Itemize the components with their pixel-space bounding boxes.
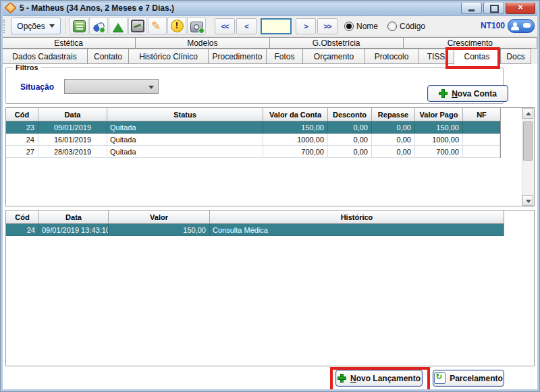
app-diamond-icon: [4, 1, 16, 13]
nova-conta-label: Nova Conta: [452, 89, 497, 99]
table-cell: 1000,00: [263, 134, 328, 146]
grid-header-row: CódDataStatusValor da ContaDescontoRepas…: [6, 108, 500, 121]
next-record-button[interactable]: >: [296, 18, 316, 34]
table-cell: Quitada: [107, 134, 263, 146]
toolbar-button-patient-record[interactable]: [70, 17, 88, 35]
table-cell: Quitada: [107, 146, 263, 158]
table-cell: 0,00: [372, 121, 415, 134]
last-record-button[interactable]: >>: [317, 18, 338, 34]
column-header-data[interactable]: Data: [38, 108, 107, 121]
titlebar: 5 - Matheus (34 Anos, 2 Meses e 7 Dias.)…: [0, 0, 540, 16]
capture-icon: [190, 22, 203, 32]
column-header-desconto[interactable]: Desconto: [328, 108, 372, 121]
table-cell: 09/01/2019 13:43:10: [39, 224, 109, 236]
table-row[interactable]: 2309/01/2019Quitada150,000,000,00150,00: [6, 121, 500, 134]
tab-protocolo[interactable]: Protocolo: [364, 49, 418, 64]
radio-codigo[interactable]: Código: [387, 22, 425, 31]
table-cell: 28/03/2019: [38, 146, 107, 158]
entries-grid-columns: CódDataValorHistórico2409/01/2019 13:43:…: [6, 211, 504, 236]
column-header-historico[interactable]: Histórico: [210, 211, 504, 223]
parcelamento-button[interactable]: Parcelamento: [433, 370, 504, 387]
column-header-valor[interactable]: Valor: [109, 211, 210, 223]
toolbar-grip[interactable]: [3, 20, 7, 33]
column-header-nf[interactable]: NF: [463, 108, 500, 121]
maximize-button[interactable]: [483, 2, 504, 14]
table-cell: 23: [6, 121, 38, 134]
toolbar-button-growth-chart[interactable]: [109, 17, 128, 35]
table-cell: Quitada: [107, 121, 263, 134]
radio-nome-icon: [344, 22, 354, 31]
tab-docs[interactable]: Docs: [500, 49, 531, 64]
column-header-repasse[interactable]: Repasse: [372, 108, 415, 121]
alert-icon: [171, 20, 184, 32]
table-cell: 0,00: [328, 134, 372, 146]
toolbar-button-alert[interactable]: [167, 17, 186, 35]
parcelamento-label: Parcelamento: [450, 374, 503, 383]
table-row[interactable]: 2409/01/2019 13:43:10150,00Consulta Médi…: [6, 224, 504, 236]
column-header-valor-pago[interactable]: Valor Pago: [415, 108, 463, 121]
radio-nome[interactable]: Nome: [344, 22, 378, 31]
column-header-cod[interactable]: Cód: [6, 108, 38, 121]
table-cell: 24: [6, 224, 39, 236]
scroll-down-button[interactable]: [522, 195, 533, 206]
toolbar-button-capture[interactable]: [187, 17, 206, 35]
chevron-down-icon: [49, 24, 55, 28]
tab-fotos[interactable]: Fotos: [266, 49, 302, 64]
table-cell: 24: [6, 134, 38, 146]
scroll-up-button[interactable]: [522, 108, 533, 119]
speech-bubble-icon: [523, 23, 531, 28]
table-row[interactable]: 2728/03/2019Quitada700,000,000,00700,00: [6, 146, 500, 158]
filters-group-label: Filtros: [13, 63, 41, 72]
tab-estetica[interactable]: Estética: [1, 37, 135, 49]
column-header-valor-da-conta[interactable]: Valor da Conta: [263, 108, 328, 121]
options-menu-button[interactable]: Opções: [11, 18, 61, 34]
record-search-input[interactable]: [261, 18, 292, 34]
column-header-cod[interactable]: Cód: [6, 211, 39, 223]
table-cell: 0,00: [372, 134, 415, 146]
recycle-bin-icon: [131, 20, 144, 32]
table-cell: [463, 121, 500, 134]
first-record-button[interactable]: <<: [215, 18, 235, 34]
toolbar-button-recycle-bin[interactable]: [128, 17, 147, 35]
tab-orcamento[interactable]: Orçamento: [302, 49, 364, 64]
toolbar-button-medications[interactable]: [89, 17, 108, 35]
table-cell: 150,00: [109, 224, 210, 236]
table-cell: 150,00: [415, 121, 463, 134]
chevron-down-icon: [148, 86, 154, 89]
toolbar-button-edit-pencil[interactable]: [148, 17, 167, 35]
patient-window: 5 - Matheus (34 Anos, 2 Meses e 7 Dias.)…: [0, 0, 540, 392]
table-cell: 16/01/2019: [38, 134, 107, 146]
tab-contato[interactable]: Contato: [87, 49, 128, 64]
arrow-down-icon: [526, 200, 531, 203]
table-cell: 09/01/2019: [38, 121, 107, 134]
close-button[interactable]: ×: [506, 2, 535, 14]
entries-grid: CódDataValorHistórico2409/01/2019 13:43:…: [5, 210, 535, 366]
tab-dados-cadastrais[interactable]: Dados Cadastrais: [1, 49, 87, 64]
plus-icon: [439, 89, 448, 98]
table-cell: Consulta Médica: [210, 224, 504, 236]
previous-record-button[interactable]: <: [236, 18, 256, 34]
scrollbar-thumb[interactable]: [523, 121, 533, 161]
situacao-select[interactable]: [64, 79, 159, 94]
table-row[interactable]: 2416/01/2019Quitada1000,000,000,001000,0…: [6, 134, 500, 146]
window-title: 5 - Matheus (34 Anos, 2 Meses e 7 Dias.): [20, 3, 174, 13]
tab-historico-clinico[interactable]: Histórico Clínico: [128, 49, 208, 64]
table-cell: 27: [6, 146, 38, 158]
installments-refresh-icon: [434, 372, 446, 384]
column-header-data[interactable]: Data: [39, 211, 109, 223]
accounts-grid-scrollbar[interactable]: [522, 108, 534, 206]
nova-conta-button[interactable]: Nova Conta: [427, 85, 508, 102]
tab-procedimento[interactable]: Procedimento: [208, 49, 266, 64]
tab-g-obstetricia[interactable]: G.Obstetrícia: [269, 37, 403, 49]
table-cell: [463, 146, 500, 158]
arrow-up-icon: [526, 112, 531, 115]
contas-tab-content: Filtros Situação Nova Conta CódDataStatu…: [0, 64, 540, 389]
radio-nome-label: Nome: [356, 22, 378, 31]
column-header-status[interactable]: Status: [107, 108, 263, 121]
table-cell: 1000,00: [415, 134, 463, 146]
table-cell: 0,00: [328, 146, 372, 158]
minimize-button[interactable]: [461, 2, 482, 14]
minimize-icon: [468, 9, 475, 11]
tab-modelos[interactable]: Modelos: [135, 37, 269, 49]
chat-support-button[interactable]: [508, 19, 535, 33]
